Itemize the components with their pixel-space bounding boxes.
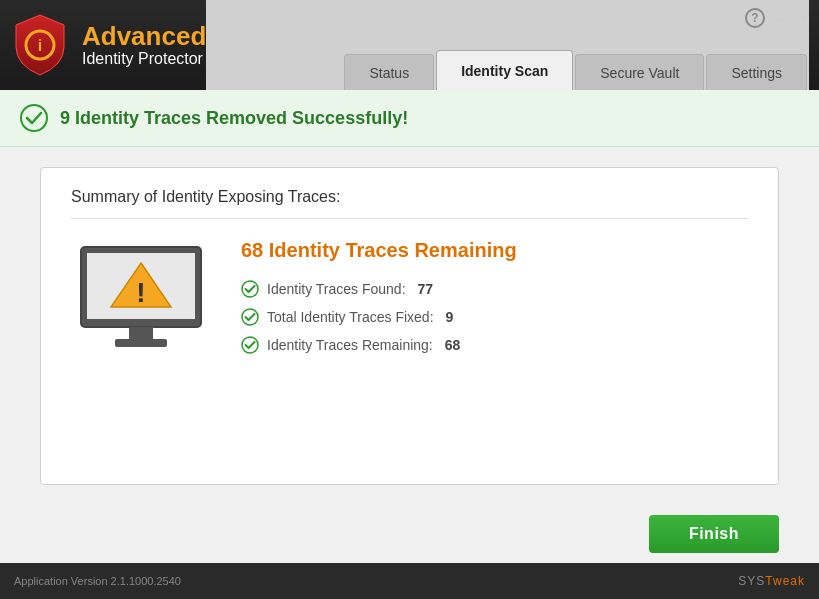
stat-label-remaining: Identity Traces Remaining: — [267, 337, 433, 353]
svg-point-11 — [242, 337, 258, 353]
stat-label-found: Identity Traces Found: — [267, 281, 406, 297]
tab-status[interactable]: Status — [344, 54, 434, 90]
svg-rect-8 — [115, 339, 167, 347]
traces-remaining: 68 Identity Traces Remaining — [241, 239, 748, 262]
title-advanced: Advanced — [82, 22, 206, 51]
tab-secure-vault[interactable]: Secure Vault — [575, 54, 704, 90]
summary-card: Summary of Identity Exposing Traces: ! — [40, 167, 779, 485]
app-title: Advanced Identity Protector — [82, 22, 206, 69]
stat-row-remaining: Identity Traces Remaining: 68 — [241, 336, 748, 354]
monitor-svg: ! — [71, 239, 211, 359]
stat-value-remaining: 68 — [445, 337, 461, 353]
svg-rect-7 — [129, 327, 153, 341]
minimize-button[interactable]: — — [775, 10, 791, 26]
brand-tweak: Tweak — [765, 574, 805, 588]
stat-check-icon-remaining — [241, 336, 259, 354]
tab-settings[interactable]: Settings — [706, 54, 807, 90]
svg-point-2 — [21, 105, 47, 131]
nav-tabs: Status Identity Scan Secure Vault Settin… — [206, 0, 809, 90]
stat-value-found: 77 — [418, 281, 434, 297]
success-check-icon — [20, 104, 48, 132]
monitor-illustration: ! — [71, 239, 211, 359]
finish-button-container: Finish — [0, 505, 819, 563]
svg-point-9 — [242, 281, 258, 297]
svg-text:!: ! — [136, 277, 145, 308]
tab-identity-scan[interactable]: Identity Scan — [436, 50, 573, 90]
bottom-bar: Application Version 2.1.1000.2540 SYSTwe… — [0, 563, 819, 599]
stat-row-fixed: Total Identity Traces Fixed: 9 — [241, 308, 748, 326]
summary-body: ! 68 Identity Traces Remaining Identity … — [71, 239, 748, 364]
version-label: Application Version 2.1.1000.2540 — [14, 575, 181, 587]
stat-check-icon-found — [241, 280, 259, 298]
finish-button[interactable]: Finish — [649, 515, 779, 553]
title-bar: i Advanced Identity Protector Status Ide… — [0, 0, 819, 90]
app-logo: i — [10, 11, 70, 79]
help-button[interactable]: ? — [745, 8, 765, 28]
stats-section: 68 Identity Traces Remaining Identity Tr… — [241, 239, 748, 364]
stat-row-found: Identity Traces Found: 77 — [241, 280, 748, 298]
success-message: 9 Identity Traces Removed Successfully! — [60, 108, 408, 129]
window-controls: ? — ✕ — [745, 8, 811, 28]
stat-check-icon-fixed — [241, 308, 259, 326]
title-sub: Identity Protector — [82, 50, 206, 68]
success-banner: 9 Identity Traces Removed Successfully! — [0, 90, 819, 147]
stat-label-fixed: Total Identity Traces Fixed: — [267, 309, 434, 325]
summary-title: Summary of Identity Exposing Traces: — [71, 188, 748, 219]
brand-sys: SYS — [738, 574, 765, 588]
main-content: 9 Identity Traces Removed Successfully! … — [0, 90, 819, 563]
svg-point-10 — [242, 309, 258, 325]
svg-text:i: i — [38, 37, 42, 54]
close-button[interactable]: ✕ — [795, 10, 811, 26]
stat-value-fixed: 9 — [446, 309, 454, 325]
brand-label: SYSTweak — [738, 574, 805, 588]
